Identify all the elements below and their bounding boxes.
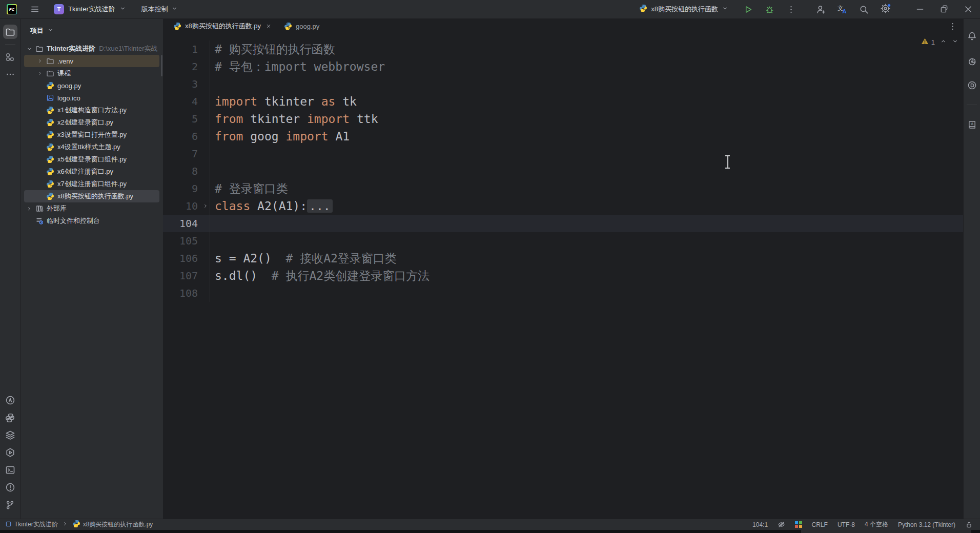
tree-item[interactable]: x4设置ttk样式主题.py <box>24 141 159 153</box>
close-button[interactable] <box>956 0 980 18</box>
tree-item[interactable]: .venv <box>24 55 159 67</box>
services-button[interactable] <box>3 445 17 460</box>
tree-item[interactable]: 外部库 <box>24 202 159 215</box>
main-menu-icon[interactable] <box>30 5 39 14</box>
breadcrumb-file[interactable]: x8购买按钮的执行函数.py <box>72 520 153 529</box>
python-icon <box>72 520 80 529</box>
editor-tab[interactable]: goog.py <box>278 19 325 33</box>
chevron-down-icon <box>722 5 728 14</box>
chevron-right-icon[interactable] <box>36 70 44 76</box>
line-separator[interactable]: CRLF <box>812 521 828 528</box>
settings-button[interactable] <box>878 2 892 16</box>
code-line[interactable]: 7 <box>163 145 963 162</box>
file-encoding[interactable]: UTF-8 <box>838 521 855 528</box>
code-editor[interactable]: 1# 购买按钮的执行函数2# 导包：import webbrowser34imp… <box>163 33 963 519</box>
problems-button[interactable] <box>3 480 17 495</box>
python-icon <box>46 131 54 139</box>
notifications-button[interactable] <box>965 29 979 43</box>
code-line[interactable]: 4import tkinter as tk <box>163 93 963 110</box>
structure-tool-button[interactable] <box>3 50 17 64</box>
tree-item[interactable]: 临时文件和控制台 <box>24 215 159 227</box>
version-control-button[interactable] <box>3 498 17 512</box>
tree-item[interactable]: x1创建构造窗口方法.py <box>24 104 159 116</box>
tab-options-icon[interactable] <box>948 22 957 31</box>
python-console-button[interactable] <box>3 411 17 425</box>
chevron-right-icon[interactable] <box>36 58 44 64</box>
restore-button[interactable] <box>932 0 956 18</box>
project-panel-header[interactable]: 项目 <box>21 19 163 43</box>
title-bar: PC T Tkinter实战进阶 版本控制 x8购买按钮的执行函数 <box>0 0 980 19</box>
tree-item[interactable]: x2创建登录窗口.py <box>24 116 159 129</box>
tree-item[interactable]: 课程 <box>24 67 159 79</box>
terminal-button[interactable] <box>3 463 17 477</box>
status-bar: Tkinter实战进阶 x8购买按钮的执行函数.py 104:1 CRLF UT… <box>0 519 980 530</box>
prev-problem-icon[interactable] <box>940 38 947 46</box>
python-interpreter[interactable]: Python 3.12 (Tkinter) <box>898 521 955 528</box>
breadcrumb-project[interactable]: Tkinter实战进阶 <box>5 520 58 529</box>
tree-item[interactable]: Tkinter实战进阶D:\xue1\Tkinter实战进 <box>24 43 159 55</box>
library-icon <box>35 204 44 213</box>
chevron-right-icon[interactable] <box>26 206 33 212</box>
tree-item[interactable]: x6创建注册窗口.py <box>24 166 159 178</box>
dictionary-button[interactable]: A <box>965 117 979 132</box>
more-run-options-icon[interactable] <box>784 2 798 16</box>
tree-item[interactable]: logo.ico <box>24 92 159 104</box>
code-line[interactable]: 107s.dl() # 执行A2类创建登录窗口方法 <box>163 267 963 284</box>
run-configuration-selector[interactable]: x8购买按钮的执行函数 <box>639 4 728 14</box>
tree-item[interactable]: x7创建注册窗口组件.py <box>24 178 159 190</box>
code-line[interactable]: 1# 购买按钮的执行函数 <box>163 40 963 58</box>
code-line[interactable]: 5from tkinter import ttk <box>163 110 963 128</box>
ai-chat-button[interactable] <box>965 53 979 68</box>
readonly-toggle-icon[interactable] <box>965 521 973 528</box>
code-with-me-button[interactable] <box>813 2 828 16</box>
project-widget-label: Tkinter实战进阶 <box>68 5 115 14</box>
vcs-widget[interactable]: 版本控制 <box>141 5 178 14</box>
debug-button[interactable] <box>762 2 777 16</box>
project-tool-button[interactable] <box>3 25 17 39</box>
tree-item[interactable]: x8购买按钮的执行函数.py <box>24 190 159 202</box>
caret-position[interactable]: 104:1 <box>752 521 768 528</box>
search-everywhere-button[interactable] <box>856 2 871 16</box>
code-line[interactable]: 2# 导包：import webbrowser <box>163 58 963 75</box>
tree-item[interactable]: x3设置窗口打开位置.py <box>24 129 159 141</box>
code-line[interactable]: 108 <box>163 284 963 302</box>
ime-indicator[interactable] <box>795 521 802 528</box>
translate-button[interactable]: 文A <box>835 2 849 16</box>
line-number: 3 <box>163 78 201 90</box>
pycharm-logo: PC <box>7 4 17 14</box>
taskbar-segment <box>801 530 971 533</box>
tree-item[interactable]: goog.py <box>24 79 159 92</box>
code-line[interactable]: 9# 登录窗口类 <box>163 180 963 197</box>
chevron-down-icon <box>119 5 126 14</box>
code-line[interactable]: 106s = A2() # 接收A2登录窗口类 <box>163 250 963 267</box>
code-line[interactable]: 6from goog import A1 <box>163 128 963 145</box>
tree-item-label: goog.py <box>57 82 81 90</box>
editor-tab[interactable]: x8购买按钮的执行函数.py <box>167 19 278 33</box>
python-icon <box>46 168 54 176</box>
line-number: 104 <box>163 217 201 230</box>
python-packages-button[interactable] <box>3 428 17 442</box>
run-button[interactable] <box>741 2 755 16</box>
code-line[interactable]: 10class A2(A1):... <box>163 197 963 215</box>
code-line[interactable]: 105 <box>163 232 963 250</box>
code-line[interactable]: 3 <box>163 75 963 93</box>
ai-assistant-button[interactable] <box>3 393 17 407</box>
next-problem-icon[interactable] <box>952 38 958 46</box>
indent-setting[interactable]: 4 个空格 <box>865 520 888 529</box>
stripe-top-container <box>3 23 17 83</box>
code-line[interactable]: 104 <box>163 215 963 232</box>
highlighting-level-icon[interactable] <box>778 521 785 528</box>
chevron-down-icon[interactable] <box>26 46 33 52</box>
code-text <box>210 75 963 93</box>
plugin-button[interactable] <box>965 78 979 92</box>
project-widget[interactable]: T Tkinter实战进阶 <box>54 4 126 14</box>
minimize-button[interactable] <box>908 0 932 18</box>
more-tools-button[interactable] <box>3 67 17 81</box>
tab-close-icon[interactable] <box>266 23 272 29</box>
fold-chevron-icon[interactable] <box>201 203 210 209</box>
tree-item-label: 课程 <box>57 69 71 78</box>
code-line[interactable]: 8 <box>163 162 963 180</box>
inspection-widget[interactable]: 1 <box>921 37 958 47</box>
panel-scrollbar-thumb[interactable] <box>161 55 162 76</box>
tree-item[interactable]: x5创建登录窗口组件.py <box>24 153 159 166</box>
